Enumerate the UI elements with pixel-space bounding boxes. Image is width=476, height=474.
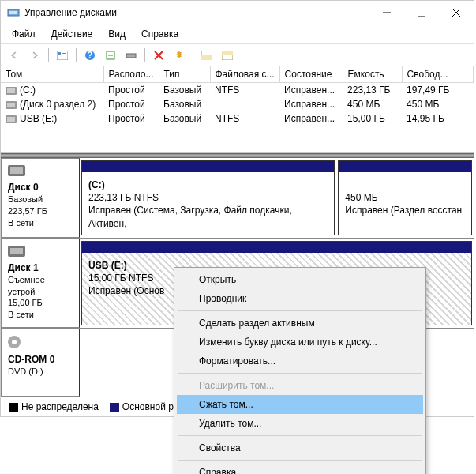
menubar: Файл Действие Вид Справка [1,24,474,44]
window-title: Управление дисками [24,7,369,18]
col-volume[interactable]: Том [1,66,103,83]
legend-unallocated-swatch [9,403,18,412]
volume-icon [6,101,17,109]
minimize-button[interactable] [369,1,404,24]
disk-header[interactable]: Диск 1Съемное устрой15,00 ГБВ сети [1,239,80,328]
table-row[interactable]: (Диск 0 раздел 2)ПростойБазовыйИсправен.… [1,97,474,111]
table-row[interactable]: USB (E:)ПростойБазовыйNTFSИсправен...15,… [1,111,474,126]
app-icon [7,6,20,19]
svg-text:?: ? [87,50,92,61]
menu-separator [178,435,422,436]
menu-item[interactable]: Проводник [177,289,423,308]
svg-rect-16 [201,55,212,60]
menu-action[interactable]: Действие [45,26,99,42]
legend-primary-label: Основной р [122,401,174,412]
forward-button[interactable] [26,47,43,64]
partition[interactable]: 450 МБИсправен (Раздел восстан [338,160,472,235]
menu-item[interactable]: Сделать раздел активным [177,314,423,333]
disk-header[interactable]: Диск 0Базовый223,57 ГБВ сети [1,158,80,238]
menu-item[interactable]: Открыть [177,270,423,289]
view-button[interactable] [54,47,71,64]
titlebar: Управление дисками [1,1,474,24]
legend-primary-swatch [110,403,119,412]
svg-rect-3 [418,9,425,17]
menu-item: Расширить том... [177,376,423,395]
properties-button[interactable] [171,47,188,64]
close-button[interactable] [439,1,474,24]
menu-separator [178,373,422,374]
col-type[interactable]: Тип [159,66,210,83]
layout2-button[interactable] [219,47,236,64]
volume-table: Том Располо... Тип Файловая с... Состоян… [1,66,474,153]
svg-rect-12 [126,54,136,58]
menu-view[interactable]: Вид [102,26,132,42]
context-menu: ОткрытьПроводникСделать раздел активнымИ… [174,267,426,474]
menu-file[interactable]: Файл [6,26,42,42]
menu-help[interactable]: Справка [135,26,185,42]
volume-icon [6,87,17,95]
refresh-button[interactable] [102,47,119,64]
volume-icon [6,115,17,123]
disk-row: Диск 0Базовый223,57 ГБВ сети(C:)223,13 Г… [1,158,474,239]
menu-separator [178,460,422,461]
menu-separator [178,310,422,311]
table-row[interactable]: (C:)ПростойБазовыйNTFSИсправен...223,13 … [1,83,474,98]
maximize-button[interactable] [404,1,439,24]
svg-rect-6 [57,51,68,60]
menu-item[interactable]: Справка [177,463,423,474]
menu-item[interactable]: Удалить том... [177,414,423,433]
menu-item[interactable]: Свойства [177,438,423,457]
svg-rect-18 [222,51,233,55]
svg-rect-1 [9,11,17,14]
toolbar: ? [1,44,474,66]
help-button[interactable]: ? [81,47,99,64]
layout1-button[interactable] [198,47,216,64]
back-button[interactable] [6,47,23,64]
svg-rect-7 [58,52,61,55]
disk-icon [8,246,25,257]
col-free[interactable]: Свобод... [402,66,473,83]
svg-rect-8 [62,53,66,54]
menu-item[interactable]: Сжать том... [177,395,423,414]
col-fs[interactable]: Файловая с... [210,66,279,83]
disk-icon [8,165,25,176]
delete-button[interactable] [150,47,167,64]
col-status[interactable]: Состояние [279,66,343,83]
connect-button[interactable] [122,47,140,64]
col-capacity[interactable]: Емкость [343,66,402,83]
legend-unallocated-label: Не распределена [21,401,99,412]
cd-icon [8,336,21,348]
partition[interactable]: (C:)223,13 ГБ NTFSИсправен (Система, Заг… [81,160,335,235]
disk-header[interactable]: CD-ROM 0DVD (D:) [1,329,80,397]
menu-item[interactable]: Изменить букву диска или путь к диску... [177,333,423,352]
col-layout[interactable]: Располо... [103,66,159,83]
menu-item[interactable]: Форматировать... [177,352,423,371]
